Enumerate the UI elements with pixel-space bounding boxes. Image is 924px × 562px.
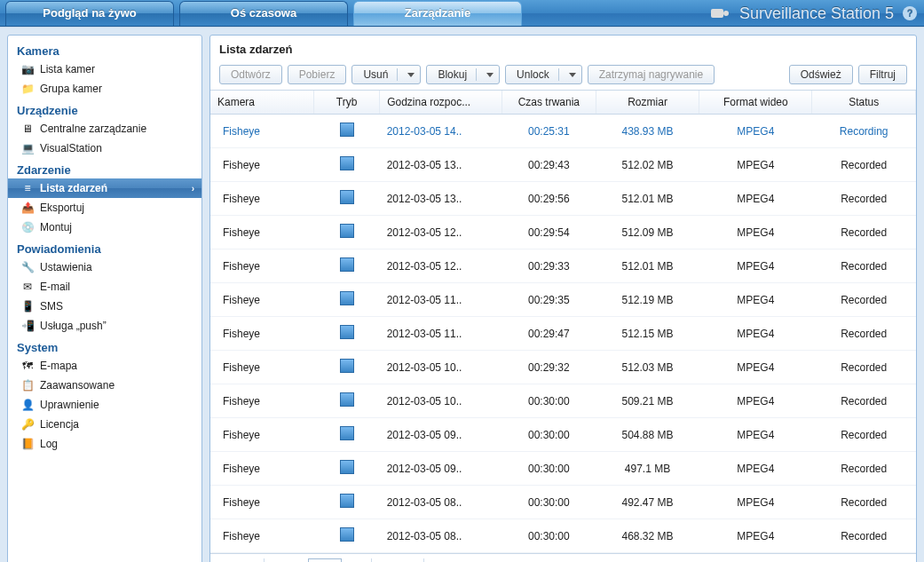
first-page-button[interactable]: I< [219, 558, 235, 563]
sms-icon [20, 299, 35, 313]
sidebar-item-licencja[interactable]: Licencja [8, 415, 201, 434]
cell-duration: 00:30:00 [501, 452, 596, 486]
last-page-button[interactable]: >I [400, 558, 416, 563]
refresh-button[interactable]: Odśwież [789, 65, 853, 84]
table-row[interactable]: Fisheye2012-03-05 09..00:30:00504.88 MBM… [210, 418, 916, 452]
table-row[interactable]: Fisheye2012-03-05 10..00:30:00509.21 MBM… [210, 384, 916, 418]
sidebar-item-sms[interactable]: SMS [8, 297, 201, 316]
refresh-icon[interactable]: ⟳ [431, 559, 442, 563]
sidebar-item-eksportuj[interactable]: Eksportuj [8, 198, 201, 218]
cell-camera: Fisheye [210, 418, 314, 452]
col-duration[interactable]: Czas trwania [501, 91, 596, 115]
sidebar-item-ustawienia[interactable]: Ustawienia [8, 257, 201, 277]
cell-duration: 00:29:47 [501, 317, 596, 351]
sidebar-item-e-mail[interactable]: E-mail [8, 277, 201, 297]
sidebar-item-label: Log [40, 438, 58, 450]
next-page-button[interactable]: > [379, 558, 395, 563]
sidebar-item-us-uga-push-[interactable]: Usługa „push” [8, 316, 201, 336]
cell-video-format: MPEG4 [699, 418, 812, 452]
stop-recording-button[interactable]: Zatrzymaj nagrywanie [588, 65, 715, 84]
cell-mode [314, 182, 380, 216]
cell-size: 438.93 MB [596, 115, 699, 148]
cell-mode [314, 452, 380, 486]
prev-page-button[interactable]: < [241, 558, 257, 563]
cell-status: Recorded [812, 216, 916, 249]
sidebar: KameraLista kamerGrupa kamerUrządzenieCe… [7, 35, 202, 562]
sidebar-item-zaawansowane[interactable]: Zaawansowane [8, 376, 201, 395]
tab-live[interactable]: Podgląd na żywo [5, 1, 174, 26]
table-row[interactable]: Fisheye2012-03-05 11..00:29:35512.19 MBM… [210, 283, 916, 317]
cell-size: 468.32 MB [596, 519, 699, 553]
table-row[interactable]: Fisheye2012-03-05 14..00:25:31438.93 MBM… [210, 115, 916, 148]
cell-start-time: 2012-03-05 10.. [380, 351, 502, 384]
cell-duration: 00:29:33 [501, 249, 596, 283]
email-icon [20, 280, 35, 294]
help-icon[interactable]: ? [903, 6, 917, 20]
col-mode[interactable]: Tryb [314, 91, 380, 115]
sidebar-item-label: Ustawienia [40, 261, 92, 273]
table-row[interactable]: Fisheye2012-03-05 08..00:30:00468.32 MBM… [210, 519, 916, 553]
mode-icon [340, 190, 354, 204]
events-table[interactable]: Kamera Tryb Godzina rozpoc... Czas trwan… [210, 90, 916, 553]
col-video-format[interactable]: Format wideo [699, 91, 812, 115]
sidebar-item-lista-zdarze-[interactable]: Lista zdarzeń› [8, 178, 201, 198]
chevron-down-icon [407, 73, 415, 77]
col-status[interactable]: Status [812, 91, 916, 115]
table-row[interactable]: Fisheye2012-03-05 12..00:29:54512.09 MBM… [210, 216, 916, 249]
cell-video-format: MPEG4 [699, 452, 812, 486]
col-camera[interactable]: Kamera [210, 91, 314, 115]
sidebar-item-log[interactable]: Log [8, 434, 201, 454]
cell-start-time: 2012-03-05 09.. [380, 418, 502, 452]
page-input[interactable] [308, 558, 342, 563]
cell-camera: Fisheye [210, 249, 314, 283]
cell-start-time: 2012-03-05 12.. [380, 249, 502, 283]
mode-icon [340, 426, 354, 440]
mode-icon [340, 224, 354, 238]
table-row[interactable]: Fisheye2012-03-05 13..00:29:56512.01 MBM… [210, 182, 916, 216]
sidebar-item-montuj[interactable]: Montuj [8, 218, 201, 237]
sidebar-item-label: Uprawnienie [40, 399, 99, 411]
table-row[interactable]: Fisheye2012-03-05 10..00:29:32512.03 MBM… [210, 351, 916, 384]
cell-camera: Fisheye [210, 115, 314, 148]
filter-button[interactable]: Filtruj [858, 65, 907, 84]
play-button[interactable]: Odtwórz [219, 65, 282, 84]
tab-manage[interactable]: Zarządzanie [353, 1, 522, 26]
cell-video-format: MPEG4 [699, 216, 812, 249]
cell-mode [314, 486, 380, 519]
tab-timeline[interactable]: Oś czasowa [179, 1, 348, 26]
sidebar-item-lista-kamer[interactable]: Lista kamer [8, 59, 201, 79]
sidebar-item-label: Zaawansowane [40, 379, 115, 392]
sidebar-item-e-mapa[interactable]: E-mapa [8, 356, 201, 376]
table-row[interactable]: Fisheye2012-03-05 09..00:30:00497.1 MBMP… [210, 452, 916, 486]
lock-button[interactable]: Blokuj [426, 65, 500, 84]
export-icon [20, 201, 35, 215]
cell-duration: 00:29:43 [501, 148, 596, 182]
sidebar-item-label: Grupa kamer [40, 83, 102, 95]
cell-video-format: MPEG4 [699, 115, 812, 148]
download-button[interactable]: Pobierz [288, 65, 347, 84]
log-icon [20, 437, 35, 451]
cell-mode [314, 115, 380, 148]
table-row[interactable]: Fisheye2012-03-05 13..00:29:43512.02 MBM… [210, 148, 916, 182]
col-size[interactable]: Rozmiar [596, 91, 699, 115]
sidebar-item-visualstation[interactable]: VisualStation [8, 139, 201, 158]
list-icon [20, 181, 35, 195]
table-row[interactable]: Fisheye2012-03-05 08..00:30:00492.47 MBM… [210, 486, 916, 519]
unlock-button[interactable]: Unlock [505, 65, 582, 84]
push-icon [20, 319, 35, 333]
sidebar-item-grupa-kamer[interactable]: Grupa kamer [8, 79, 201, 99]
cell-status: Recorded [812, 384, 916, 418]
cell-size: 512.03 MB [596, 351, 699, 384]
delete-button[interactable]: Usuń [351, 65, 421, 84]
sidebar-group-title: System [8, 336, 201, 356]
sidebar-item-centralne-zarz-dzanie[interactable]: Centralne zarządzanie [8, 119, 201, 139]
cell-mode [314, 384, 380, 418]
cell-duration: 00:25:31 [501, 115, 596, 148]
table-row[interactable]: Fisheye2012-03-05 12..00:29:33512.01 MBM… [210, 249, 916, 283]
cell-size: 512.09 MB [596, 216, 699, 249]
cell-size: 509.21 MB [596, 384, 699, 418]
col-start-time[interactable]: Godzina rozpoc... [380, 91, 502, 115]
table-row[interactable]: Fisheye2012-03-05 11..00:29:47512.15 MBM… [210, 317, 916, 351]
cell-camera: Fisheye [210, 148, 314, 182]
sidebar-item-uprawnienie[interactable]: Uprawnienie [8, 395, 201, 415]
